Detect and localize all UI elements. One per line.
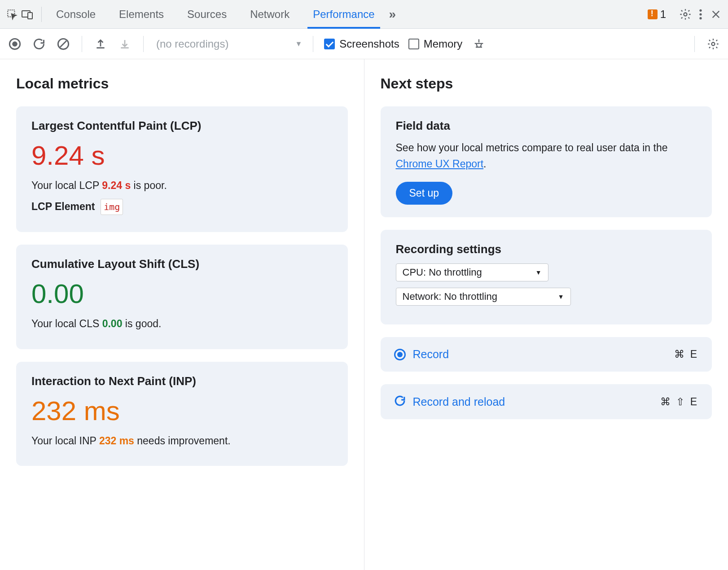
capture-settings-icon[interactable]	[706, 36, 721, 52]
field-data-card: Field data See how your local metrics co…	[381, 106, 712, 217]
memory-checkbox[interactable]: Memory	[408, 38, 463, 50]
svg-point-4	[699, 9, 702, 11]
record-shortcut: ⌘ E	[674, 348, 698, 360]
cls-summary: Your local CLS 0.00 is good.	[31, 316, 333, 332]
field-data-text: See how your local metrics compare to re…	[396, 140, 697, 172]
lcp-title: Largest Contentful Paint (LCP)	[31, 119, 333, 133]
tab-performance[interactable]: Performance	[307, 0, 380, 28]
next-steps-panel: Next steps Field data See how your local…	[364, 59, 728, 570]
network-throttle-select[interactable]: Network: No throttling▼	[396, 288, 571, 306]
cpu-throttle-select[interactable]: CPU: No throttling▼	[396, 263, 548, 281]
recording-settings-card: Recording settings CPU: No throttling▼ N…	[381, 230, 712, 324]
kebab-menu-icon[interactable]	[694, 8, 707, 21]
collect-garbage-icon[interactable]	[471, 36, 487, 52]
checkbox-icon	[324, 39, 335, 49]
local-metrics-heading: Local metrics	[16, 75, 348, 92]
recordings-select[interactable]: (no recordings) ▼	[156, 38, 302, 50]
svg-point-6	[699, 17, 702, 19]
svg-rect-2	[28, 13, 32, 19]
close-icon[interactable]	[709, 8, 723, 21]
cls-value: 0.00	[31, 278, 333, 309]
inspect-icon[interactable]	[5, 8, 19, 21]
settings-icon[interactable]	[679, 8, 692, 21]
inp-title: Interaction to Next Paint (INP)	[31, 374, 333, 388]
devtools-tab-bar: Console Elements Sources Network Perform…	[0, 0, 728, 29]
more-tabs-icon[interactable]: »	[389, 7, 396, 22]
local-metrics-panel: Local metrics Largest Contentful Paint (…	[0, 59, 364, 570]
tab-console[interactable]: Console	[51, 0, 101, 28]
tab-elements[interactable]: Elements	[114, 0, 169, 28]
upload-icon[interactable]	[93, 36, 108, 52]
record-icon	[394, 349, 406, 360]
svg-point-10	[712, 42, 715, 45]
inp-value: 232 ms	[31, 395, 333, 426]
svg-point-3	[684, 13, 687, 16]
lcp-element: LCP Element img	[31, 198, 333, 215]
record-action[interactable]: Record ⌘ E	[381, 337, 712, 372]
lcp-element-tag[interactable]: img	[101, 199, 123, 215]
lcp-summary: Your local LCP 9.24 s is poor.	[31, 177, 333, 194]
recording-settings-title: Recording settings	[396, 242, 697, 256]
lcp-value: 9.24 s	[31, 140, 333, 171]
record-reload-label: Record and reload	[413, 395, 653, 408]
reload-icon[interactable]	[31, 36, 47, 52]
cls-title: Cumulative Layout Shift (CLS)	[31, 257, 333, 271]
performance-toolbar: (no recordings) ▼ Screenshots Memory	[0, 29, 728, 59]
next-steps-heading: Next steps	[381, 75, 712, 92]
record-reload-action[interactable]: Record and reload ⌘ ⇧ E	[381, 384, 712, 419]
chevron-down-icon: ▼	[535, 269, 542, 276]
download-icon[interactable]	[117, 36, 132, 52]
inp-summary: Your local INP 232 ms needs improvement.	[31, 433, 333, 449]
cls-card: Cumulative Layout Shift (CLS) 0.00 Your …	[16, 245, 348, 349]
reload-icon	[394, 395, 406, 408]
crux-link[interactable]: Chrome UX Report	[396, 158, 484, 170]
lcp-card: Largest Contentful Paint (LCP) 9.24 s Yo…	[16, 106, 348, 232]
svg-point-5	[699, 13, 702, 15]
device-toggle-icon[interactable]	[21, 8, 34, 21]
issues-count: 1	[660, 8, 666, 21]
tab-sources[interactable]: Sources	[182, 0, 232, 28]
checkbox-icon	[408, 39, 419, 49]
issues-indicator[interactable]: 1	[648, 8, 666, 21]
record-icon[interactable]	[7, 36, 22, 52]
record-reload-shortcut: ⌘ ⇧ E	[660, 396, 698, 408]
clear-icon[interactable]	[56, 36, 71, 52]
screenshots-checkbox[interactable]: Screenshots	[324, 38, 399, 50]
set-up-button[interactable]: Set up	[396, 182, 453, 205]
inp-card: Interaction to Next Paint (INP) 232 ms Y…	[16, 362, 348, 466]
chevron-down-icon: ▼	[558, 293, 564, 300]
svg-point-8	[12, 41, 18, 47]
recordings-label: (no recordings)	[156, 38, 228, 50]
dropdown-icon: ▼	[295, 40, 302, 48]
tab-network[interactable]: Network	[245, 0, 295, 28]
field-data-title: Field data	[396, 119, 697, 133]
record-label: Record	[413, 348, 667, 361]
warning-icon	[648, 9, 658, 19]
